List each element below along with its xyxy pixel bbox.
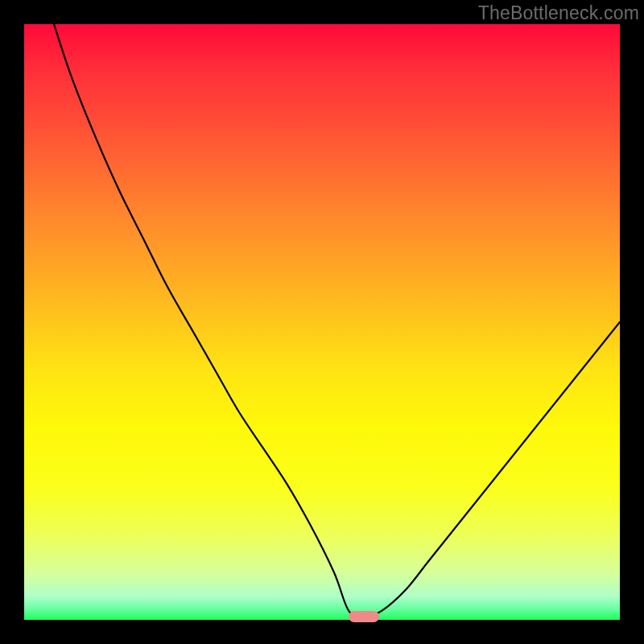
minimum-marker xyxy=(349,611,379,622)
curve-layer xyxy=(24,24,620,620)
chart-container: TheBottleneck.com xyxy=(0,0,644,644)
bottleneck-curve xyxy=(54,24,620,617)
watermark-text: TheBottleneck.com xyxy=(478,2,639,24)
plot-area xyxy=(24,24,620,620)
